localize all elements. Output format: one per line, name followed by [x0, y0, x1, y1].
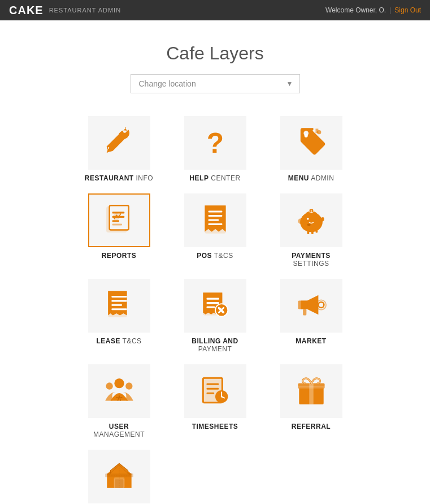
- location-select[interactable]: Change location: [131, 74, 300, 93]
- svg-rect-39: [298, 300, 307, 309]
- svg-rect-13: [208, 219, 219, 221]
- reports-icon: [102, 202, 137, 239]
- svg-rect-22: [315, 227, 318, 232]
- menu-item-icon-box-market: [280, 279, 342, 333]
- svg-rect-32: [206, 298, 219, 299]
- menu-item-icon-box-restaurant-info: [88, 116, 150, 170]
- menu-item-timesheets[interactable]: TIMESHEETS: [179, 364, 252, 438]
- nav-left: CAKE RESTAURANT ADMIN: [9, 4, 121, 17]
- svg-rect-21: [311, 229, 314, 234]
- menu-item-icon-box-menu-admin: [280, 116, 342, 170]
- menu-item-payments-settings[interactable]: $ PAYMENTS SETTINGS: [275, 193, 348, 268]
- menu-item-label-referral: REFERRAL: [292, 423, 331, 430]
- svg-point-1: [304, 133, 307, 137]
- svg-rect-27: [111, 295, 127, 297]
- svg-rect-14: [208, 223, 222, 225]
- shop-icon: [102, 458, 137, 496]
- svg-point-17: [301, 212, 322, 230]
- svg-rect-11: [208, 210, 222, 212]
- timesheets-icon: [198, 373, 233, 410]
- menu-item-icon-box-shop: [88, 450, 150, 503]
- svg-text:?: ?: [206, 127, 223, 158]
- menu-grid: RESTAURANT INFO ? HELP CENTER MENU ADMIN…: [82, 116, 348, 504]
- users-icon: [102, 373, 137, 410]
- svg-rect-8: [112, 223, 121, 225]
- menu-item-reports[interactable]: REPORTS: [82, 193, 156, 268]
- menu-item-restaurant-info[interactable]: RESTAURANT INFO: [82, 116, 156, 182]
- gift-icon: [294, 373, 329, 410]
- menu-item-label-payments-settings: PAYMENTS SETTINGS: [275, 252, 348, 268]
- svg-rect-51: [206, 387, 219, 389]
- svg-rect-34: [206, 306, 215, 308]
- svg-rect-5: [112, 212, 124, 213]
- svg-point-23: [298, 218, 303, 224]
- megaphone-icon: [294, 287, 329, 325]
- menu-item-label-user-management: USER MANAGEMENT: [82, 423, 156, 438]
- menu-item-label-help-center: HELP CENTER: [189, 174, 240, 182]
- welcome-text: Welcome Owner, O.: [325, 6, 386, 14]
- menu-item-referral[interactable]: REFERRAL: [275, 364, 348, 438]
- svg-rect-52: [206, 392, 214, 394]
- menu-item-lease-tcs[interactable]: LEASE T&CS: [82, 279, 156, 353]
- menu-item-icon-box-reports: [88, 193, 150, 247]
- admin-label: RESTAURANT ADMIN: [49, 7, 121, 14]
- menu-item-icon-box-lease-tcs: [88, 279, 150, 333]
- svg-rect-40: [303, 309, 306, 315]
- receipt-icon: [198, 202, 233, 239]
- menu-item-label-lease-tcs: LEASE T&CS: [96, 337, 141, 345]
- lease-icon: [102, 287, 137, 325]
- menu-item-billing-payment[interactable]: BILLING AND PAYMENT: [179, 279, 252, 353]
- menu-item-label-billing-payment: BILLING AND PAYMENT: [179, 337, 252, 353]
- svg-rect-30: [111, 308, 127, 310]
- svg-point-56: [220, 395, 221, 397]
- menu-item-help-center[interactable]: ? HELP CENTER: [179, 116, 252, 182]
- svg-rect-28: [111, 300, 127, 301]
- menu-item-label-restaurant-info: RESTAURANT INFO: [85, 174, 153, 182]
- cake-logo: CAKE: [9, 4, 44, 17]
- nav-separator: |: [389, 6, 391, 14]
- svg-rect-20: [307, 229, 309, 234]
- menu-item-icon-box-pos-tcs: [184, 193, 246, 247]
- menu-item-pos-tcs[interactable]: POS T&CS: [179, 193, 252, 268]
- wrench-icon: [102, 124, 137, 162]
- menu-item-label-reports: REPORTS: [102, 252, 137, 260]
- svg-rect-50: [206, 383, 219, 385]
- svg-point-45: [125, 382, 132, 389]
- billing-icon: [198, 287, 233, 325]
- svg-point-43: [114, 378, 124, 387]
- piggy-icon: $: [294, 202, 329, 239]
- menu-item-label-market: MARKET: [296, 337, 326, 345]
- page-title: Cafe Layers: [166, 43, 264, 64]
- svg-point-18: [306, 217, 309, 219]
- menu-item-icon-box-billing-payment: [184, 279, 246, 333]
- menu-item-market[interactable]: MARKET: [275, 279, 348, 353]
- svg-rect-60: [298, 385, 324, 388]
- location-select-wrapper: Change location ▼: [131, 74, 300, 93]
- menu-item-user-management[interactable]: USER MANAGEMENT: [82, 364, 156, 438]
- main-content: Cafe Layers Change location ▼ RESTAURANT…: [0, 20, 430, 504]
- menu-item-icon-box-payments-settings: $: [280, 193, 342, 247]
- svg-point-44: [106, 382, 112, 389]
- svg-point-41: [318, 302, 324, 308]
- svg-point-19: [307, 223, 310, 226]
- svg-rect-12: [208, 214, 222, 216]
- svg-rect-33: [206, 302, 219, 304]
- menu-item-icon-box-user-management: [88, 364, 150, 418]
- menu-item-shop[interactable]: SHOP: [82, 450, 156, 504]
- svg-point-2: [316, 130, 320, 133]
- question-icon: ?: [198, 124, 233, 162]
- menu-item-icon-box-referral: [280, 364, 342, 418]
- nav-right: Welcome Owner, O. | Sign Out: [325, 6, 421, 14]
- menu-item-label-timesheets: TIMESHEETS: [192, 423, 238, 430]
- svg-rect-29: [111, 304, 122, 305]
- menu-item-label-menu-admin: MENU ADMIN: [288, 174, 335, 182]
- tag-icon: [294, 124, 329, 162]
- menu-item-label-pos-tcs: POS T&CS: [197, 252, 233, 260]
- svg-rect-7: [112, 220, 119, 222]
- sign-out-link[interactable]: Sign Out: [394, 6, 421, 14]
- menu-item-menu-admin[interactable]: MENU ADMIN: [275, 116, 348, 182]
- menu-item-icon-box-help-center: ?: [184, 116, 246, 170]
- menu-item-icon-box-timesheets: [184, 364, 246, 418]
- top-nav: CAKE RESTAURANT ADMIN Welcome Owner, O. …: [0, 0, 430, 20]
